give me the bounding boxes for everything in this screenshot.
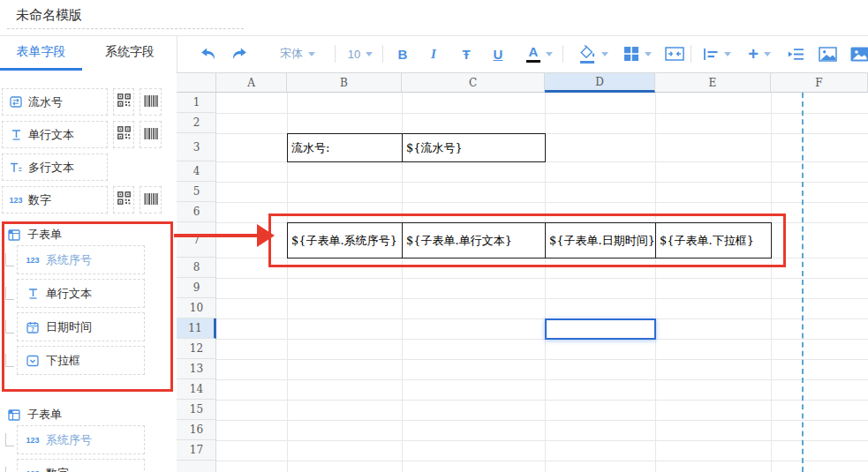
tree-branch-icon (5, 354, 14, 367)
column-header-E[interactable]: E (655, 72, 771, 93)
tab-form-fields[interactable]: 表单字段 (0, 35, 82, 68)
title-underline (7, 28, 244, 29)
row-header-3[interactable]: 3 (177, 133, 216, 161)
subform-child-item[interactable]: 下拉框 (17, 346, 145, 375)
column-header-C[interactable]: C (402, 72, 545, 93)
row-header-12[interactable]: 12 (177, 339, 216, 359)
field-item[interactable]: 单行文本 (2, 121, 108, 148)
dropdown-icon (26, 355, 40, 367)
subform-group: 子表单123系统序号123数字 (0, 404, 177, 472)
subform-group-header[interactable]: 子表单 (0, 404, 177, 425)
subform-child-label: 系统序号 (46, 252, 92, 268)
tree-branch-icon (5, 253, 14, 266)
subform-group: 子表单123系统序号单行文本7日期时间下拉框 (0, 224, 177, 375)
tree-branch-icon (5, 467, 14, 472)
bold-button[interactable]: B (391, 43, 414, 64)
field-qr-button[interactable] (113, 121, 134, 148)
multi-line-text-icon (9, 162, 23, 173)
italic-button[interactable]: I (422, 43, 445, 64)
spreadsheet-grid[interactable]: ABCDEF1234567891011121314151617流水号:${流水号… (177, 72, 868, 472)
tab-system-fields[interactable]: 系统字段 (94, 35, 165, 68)
column-header-A[interactable]: A (216, 72, 287, 93)
barcode-icon (144, 192, 158, 208)
grid-corner-cell[interactable] (177, 72, 216, 93)
row-header-1[interactable]: 1 (177, 93, 216, 113)
subform-child-label: 单行文本 (46, 286, 92, 302)
tree-branch-icon (5, 287, 14, 300)
insert-field-button[interactable] (783, 43, 808, 64)
grid-cell-E7[interactable]: ${子表单.下拉框} (655, 222, 772, 258)
merge-cells-icon (665, 47, 684, 61)
grid-cell-B7[interactable]: ${子表单.系统序号} (287, 222, 403, 258)
row-header-4[interactable]: 4 (177, 161, 216, 182)
row-header-16[interactable]: 16 (177, 420, 216, 440)
redo-icon (230, 47, 248, 62)
grid-cell-C7[interactable]: ${子表单.单行文本} (402, 222, 546, 258)
grid-cell-D7[interactable]: ${子表单.日期时间} (545, 222, 656, 258)
grid-cell-C3[interactable]: ${流水号} (402, 133, 546, 162)
single-line-text-icon (9, 129, 23, 140)
row-header-8[interactable]: 8 (177, 258, 216, 278)
row-header-11[interactable]: 11 (177, 318, 216, 339)
row-header-7[interactable]: 7 (177, 222, 216, 258)
insert-image-filled-button[interactable] (847, 43, 868, 64)
font-size-select[interactable]: 10 (341, 43, 380, 64)
fill-color-button[interactable] (573, 43, 614, 64)
italic-icon: I (431, 48, 436, 61)
row-header-17[interactable]: 17 (177, 440, 216, 461)
font-color-button[interactable]: A (519, 43, 560, 64)
tree-branch-icon (5, 320, 14, 333)
undo-button[interactable] (196, 43, 221, 64)
subform-child-item[interactable]: 123系统序号 (17, 245, 145, 274)
row-header-10[interactable]: 10 (177, 298, 216, 318)
image-filled-icon (850, 47, 868, 62)
row-header-13[interactable]: 13 (177, 359, 216, 379)
toolbar-separator (335, 45, 336, 63)
row-header-5[interactable]: 5 (177, 182, 216, 202)
field-item[interactable]: 123数字 (2, 186, 108, 214)
insert-image-button[interactable] (815, 43, 840, 64)
field-barcode-button[interactable] (140, 121, 162, 148)
borders-button[interactable] (617, 43, 658, 64)
align-button[interactable] (697, 43, 737, 64)
subform-icon (7, 229, 21, 241)
field-qr-button[interactable] (113, 88, 134, 116)
barcode-icon (144, 94, 158, 110)
column-header-F[interactable]: F (771, 72, 868, 93)
row-header-6[interactable]: 6 (177, 202, 216, 222)
subform-child-label: 数字 (46, 466, 69, 472)
fill-color-icon (578, 45, 596, 64)
row-header-14[interactable]: 14 (177, 379, 216, 400)
subform-child-item[interactable]: 123系统序号 (17, 425, 145, 454)
chevron-down-icon (308, 52, 315, 56)
font-family-select[interactable]: 宋体 (263, 43, 332, 64)
insert-button[interactable]: + (739, 43, 780, 64)
row-header-2[interactable]: 2 (177, 113, 216, 133)
field-barcode-button[interactable] (140, 88, 162, 116)
merge-cells-button[interactable] (661, 43, 688, 64)
column-header-B[interactable]: B (287, 72, 402, 93)
column-header-D[interactable]: D (545, 72, 655, 93)
underline-button[interactable]: U (487, 43, 509, 64)
annotation-arrow (174, 234, 259, 237)
tree-branch-icon (5, 433, 14, 446)
field-item-label: 单行文本 (28, 127, 74, 143)
strikethrough-button[interactable]: Ŧ (455, 43, 478, 64)
document-title[interactable]: 未命名模版 (16, 7, 82, 24)
subform-child-item[interactable]: 单行文本 (17, 279, 145, 308)
grid-cell-B3[interactable]: 流水号: (287, 133, 403, 162)
redo-button[interactable] (227, 43, 252, 64)
field-barcode-button[interactable] (140, 186, 162, 214)
row-header-9[interactable]: 9 (177, 278, 216, 298)
field-qr-button[interactable] (113, 186, 134, 214)
borders-icon (623, 46, 639, 62)
subform-group-label: 子表单 (27, 407, 62, 423)
row-header-15[interactable]: 15 (177, 400, 216, 420)
field-item[interactable]: 流水号 (2, 88, 108, 116)
number-icon: 123 (26, 256, 40, 265)
subform-child-label: 日期时间 (46, 319, 92, 335)
subform-group-header[interactable]: 子表单 (0, 224, 177, 245)
field-item[interactable]: 多行文本 (2, 154, 108, 181)
subform-child-item[interactable]: 7日期时间 (17, 312, 145, 341)
subform-child-item[interactable]: 123数字 (17, 459, 145, 472)
